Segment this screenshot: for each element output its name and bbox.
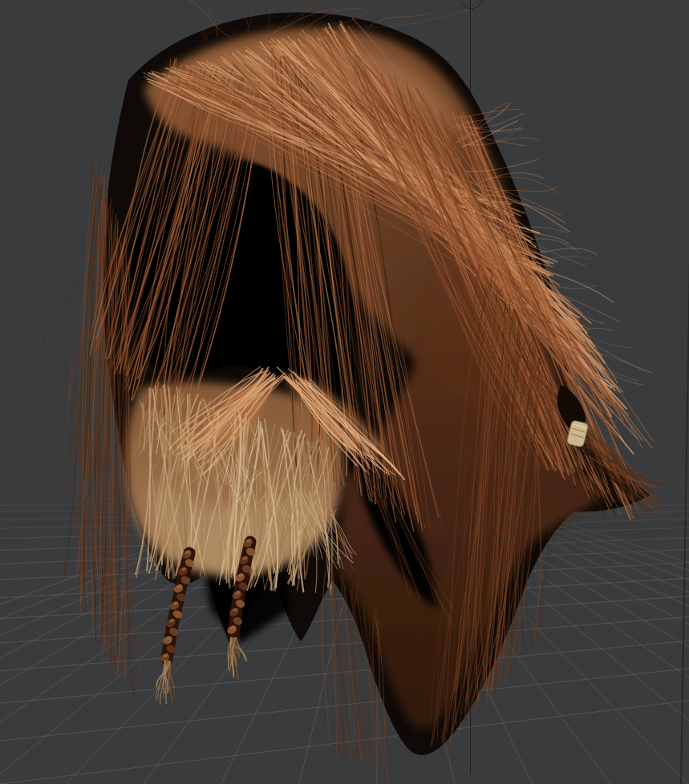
3d-viewport[interactable] <box>0 0 689 784</box>
character-head[interactable] <box>0 0 689 784</box>
